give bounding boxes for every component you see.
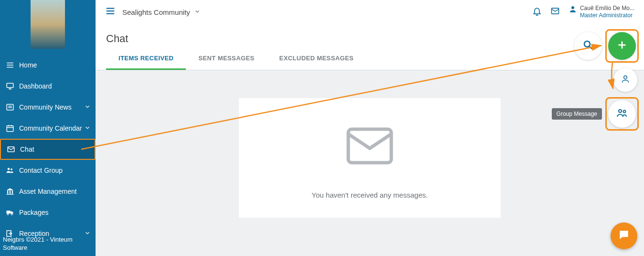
sidebar-item-label: Community Calendar [19, 124, 82, 132]
user-role: Master Administrator [580, 12, 634, 19]
sidebar-item-label: Dashboard [19, 82, 52, 90]
menu-toggle-icon[interactable] [105, 6, 116, 18]
svg-rect-9 [7, 126, 13, 132]
chevron-down-icon [84, 230, 91, 238]
sidebar-item-dashboard[interactable]: Dashboard [0, 76, 96, 97]
svg-point-31 [571, 6, 574, 9]
sidebar-item-label: Community News [19, 103, 72, 111]
monitor-icon [5, 82, 15, 90]
search-button[interactable] [574, 32, 602, 60]
svg-point-38 [619, 110, 622, 112]
sidebar-item-asset-management[interactable]: Asset Management [0, 181, 96, 202]
user-icon [569, 5, 577, 15]
group-message-tooltip: Group Message [552, 108, 602, 120]
truck-icon [5, 208, 15, 217]
calendar-icon [5, 124, 15, 133]
highlight-group-message [607, 99, 637, 129]
tab-excluded-messages[interactable]: EXCLUDED MESSAGES [267, 50, 366, 70]
chevron-down-icon [84, 124, 91, 133]
help-chat-button[interactable] [611, 223, 637, 249]
search-icon [582, 39, 594, 53]
community-logo [31, 0, 65, 49]
main: Sealights Community Cauê Emílio De Mo...… [96, 0, 644, 256]
sidebar-item-label: Contact Group [19, 167, 63, 174]
people-icon [616, 107, 628, 121]
bank-icon [5, 187, 15, 196]
sidebar: Home Dashboard Community News Community … [0, 0, 96, 256]
group-icon [5, 166, 15, 175]
svg-rect-21 [7, 211, 11, 213]
sidebar-item-chat[interactable]: Chat [0, 139, 96, 160]
highlight-add [607, 31, 637, 61]
svg-point-14 [8, 168, 10, 170]
mail-icon[interactable] [550, 6, 560, 18]
svg-point-33 [584, 41, 590, 47]
empty-state-card: You haven't received any messages. [239, 98, 501, 218]
svg-rect-3 [7, 83, 13, 88]
single-message-button[interactable] [613, 68, 637, 92]
group-message-button[interactable] [608, 100, 636, 128]
envelope-icon [341, 117, 398, 177]
person-icon [621, 74, 630, 86]
tab-sent-messages[interactable]: SENT MESSAGES [186, 50, 267, 70]
svg-rect-19 [12, 191, 13, 194]
user-menu[interactable]: Cauê Emílio De Mo... Master Administrato… [569, 5, 634, 19]
svg-point-39 [623, 111, 626, 113]
svg-rect-20 [7, 194, 14, 195]
svg-line-34 [590, 46, 592, 49]
sidebar-item-contact-group[interactable]: Contact Group [0, 160, 96, 181]
chevron-down-icon [84, 103, 91, 111]
topbar-right: Cauê Emílio De Mo... Master Administrato… [532, 5, 634, 19]
menu-icon [5, 61, 15, 69]
sidebar-item-label: Asset Management [19, 188, 77, 195]
footer-line1: Neigbrs ©2021 - Vinteum [3, 236, 73, 244]
mail-icon [6, 145, 16, 154]
svg-point-37 [624, 76, 627, 79]
sidebar-footer: Neigbrs ©2021 - Vinteum Software [0, 236, 75, 256]
svg-rect-32 [348, 129, 391, 163]
tab-items-received[interactable]: ITEMS RECEIVED [106, 50, 186, 70]
sidebar-item-label: Packages [19, 209, 48, 216]
sidebar-item-community-calendar[interactable]: Community Calendar [0, 118, 96, 139]
fab-stack: Group Message [552, 31, 637, 129]
chevron-down-icon [194, 8, 201, 16]
svg-rect-17 [7, 191, 8, 194]
sidebar-item-label: Chat [20, 145, 34, 153]
chat-bubble-icon [618, 229, 630, 243]
svg-marker-16 [7, 188, 14, 190]
sidebar-nav: Home Dashboard Community News Community … [0, 55, 96, 256]
bell-icon[interactable] [532, 6, 542, 18]
add-button[interactable] [608, 32, 636, 60]
sidebar-item-packages[interactable]: Packages [0, 202, 96, 223]
sidebar-item-community-news[interactable]: Community News [0, 97, 96, 118]
svg-marker-22 [11, 211, 13, 214]
empty-state-message: You haven't received any messages. [311, 191, 428, 199]
svg-rect-18 [10, 191, 11, 194]
plus-icon [616, 39, 628, 53]
user-name: Cauê Emílio De Mo... [580, 5, 634, 12]
community-name: Sealights Community [122, 8, 190, 16]
sidebar-item-label: Home [19, 61, 37, 69]
news-icon [5, 103, 15, 111]
svg-point-15 [11, 168, 12, 170]
svg-point-23 [7, 213, 9, 215]
svg-point-24 [11, 213, 12, 215]
footer-line2: Software [3, 244, 73, 252]
sidebar-item-home[interactable]: Home [0, 55, 96, 76]
topbar: Sealights Community Cauê Emílio De Mo...… [96, 0, 644, 24]
community-selector[interactable]: Sealights Community [122, 8, 201, 16]
